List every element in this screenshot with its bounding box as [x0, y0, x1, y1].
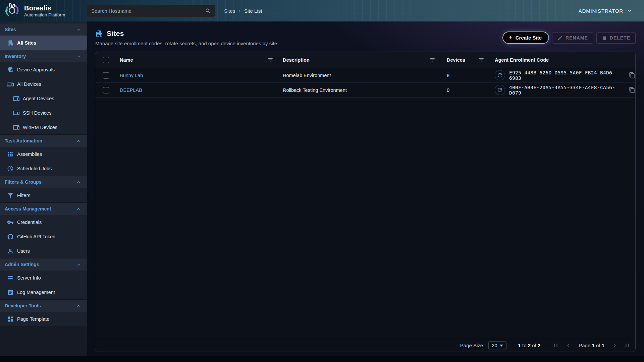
copy-code-button[interactable]: [629, 87, 635, 93]
table-header-row: Name Description Devices Agent Enrollmen…: [95, 52, 635, 68]
site-description: Rollback Testing Environment: [283, 87, 347, 93]
first-page-button[interactable]: [552, 342, 559, 349]
brand-subtitle: Automation Platform: [24, 12, 65, 17]
rotate-code-button[interactable]: [495, 85, 505, 95]
page-title: Sites: [107, 29, 124, 38]
section-header-developer-tools[interactable]: Developer Tools: [0, 300, 87, 312]
user-menu[interactable]: ADMINISTRATOR: [579, 8, 633, 14]
delete-button[interactable]: DELETE: [596, 32, 636, 44]
filter-list-icon[interactable]: [478, 57, 484, 63]
section-header-task-automation[interactable]: Task Automation: [0, 135, 87, 147]
section-sites: Sites All Sites: [0, 23, 87, 50]
sidebar-item-server-info[interactable]: Server Info: [0, 270, 87, 285]
sidebar-item-ssh-devices[interactable]: SSH Devices: [0, 106, 87, 120]
devices-icon: [13, 110, 19, 116]
section-header-access-management[interactable]: Access Management: [0, 203, 87, 215]
sidebar-item-all-sites[interactable]: All Sites: [0, 36, 87, 50]
site-description: Homelab Environment: [283, 73, 331, 78]
table-row: Bunny Lab Homelab Environment 8 E925-448…: [95, 68, 635, 83]
breadcrumb-sites[interactable]: Sites: [224, 8, 235, 14]
section-header-filters-groups[interactable]: Filters & Groups: [0, 176, 87, 188]
caret-down-icon: [500, 345, 503, 347]
log-file-icon: [7, 289, 14, 296]
sites-table: Name Description Devices Agent Enrollmen…: [95, 52, 636, 352]
column-header-description: Description: [283, 57, 310, 63]
sidebar-item-filters[interactable]: Filters: [0, 188, 87, 202]
previous-page-button[interactable]: [565, 342, 572, 349]
filter-list-icon[interactable]: [429, 57, 435, 63]
main-content: Sites Manage site enrollment codes, rota…: [87, 21, 644, 362]
column-header-devices: Devices: [447, 57, 465, 63]
chevron-up-icon: [76, 303, 82, 309]
chevron-up-icon: [76, 179, 82, 185]
search-icon[interactable]: [205, 8, 211, 14]
last-page-icon: [624, 342, 631, 349]
site-device-count: 0: [447, 87, 449, 93]
server-icon: [7, 275, 14, 281]
page-size-label: Page Size:: [460, 343, 485, 348]
section-header-sites[interactable]: Sites: [0, 23, 87, 36]
row-checkbox[interactable]: [103, 72, 109, 79]
dashboard-icon: [7, 316, 14, 322]
plus-icon: +: [508, 36, 512, 40]
top-header: Borealis Automation Platform Sites › Sit…: [0, 0, 644, 21]
section-access-management: Access Management Credentials GitHub API…: [0, 202, 87, 258]
table-row: DEEPLAB Rollback Testing Environment 0 4…: [95, 83, 635, 98]
column-header-name: Name: [120, 57, 133, 63]
sidebar-item-device-approvals[interactable]: Device Approvals: [0, 62, 87, 77]
site-name-link[interactable]: Bunny Lab: [120, 73, 143, 78]
site-device-count: 8: [447, 73, 449, 78]
section-filters-groups: Filters & Groups Filters: [0, 176, 87, 202]
hostname-search[interactable]: [87, 5, 215, 17]
copy-icon: [629, 72, 635, 78]
select-all-checkbox[interactable]: [103, 57, 109, 63]
sidebar-item-all-devices[interactable]: All Devices: [0, 77, 87, 91]
window-bottom-strip: [0, 356, 644, 362]
sidebar-item-winrm-devices[interactable]: WinRM Devices: [0, 120, 87, 134]
chevron-right-icon: [611, 342, 618, 349]
copy-code-button[interactable]: [629, 72, 635, 78]
sidebar-item-page-template[interactable]: Page Template: [0, 312, 87, 326]
section-developer-tools: Developer Tools Page Template: [0, 299, 87, 326]
page-size-select[interactable]: 20: [488, 341, 506, 350]
section-inventory: Inventory Device Approvals All Devices A…: [0, 50, 87, 134]
section-task-automation: Task Automation Assemblies Scheduled Job…: [0, 134, 87, 176]
app-window: Borealis Automation Platform Sites › Sit…: [0, 0, 644, 362]
chevron-up-icon: [76, 262, 82, 267]
sidebar-item-agent-devices[interactable]: Agent Devices: [0, 91, 87, 106]
filter-list-icon[interactable]: [267, 57, 273, 63]
sidebar-item-scheduled-jobs[interactable]: Scheduled Jobs: [0, 161, 87, 176]
site-name-link[interactable]: DEEPLAB: [120, 87, 142, 93]
sidebar-item-users[interactable]: Users: [0, 244, 87, 258]
borealis-rabbit-logo: [4, 2, 21, 19]
enrollment-code: E925-448B-626D-D595-5A0F-FB24-B4D6-6983: [509, 70, 625, 81]
apps-grid-icon: [7, 151, 14, 158]
sidebar-item-github-api-token[interactable]: GitHub API Token: [0, 229, 87, 244]
sidebar-item-credentials[interactable]: Credentials: [0, 215, 87, 229]
refresh-icon: [497, 72, 503, 78]
column-header-enrollment-code: Agent Enrollment Code: [495, 57, 549, 63]
search-input[interactable]: [91, 8, 205, 14]
sidebar-item-log-management[interactable]: Log Management: [0, 285, 87, 299]
github-icon: [7, 233, 14, 240]
page-indicator: Page 1 of 1: [579, 343, 604, 348]
key-icon: [7, 219, 14, 226]
next-page-button[interactable]: [611, 342, 618, 349]
create-site-button[interactable]: + Create Site: [502, 32, 549, 44]
devices-icon: [13, 95, 19, 102]
brand-logo-block: Borealis Automation Platform: [0, 2, 87, 19]
section-admin-settings: Admin Settings Server Info Log Managemen…: [0, 258, 87, 299]
breadcrumb-site-list: Site List: [244, 8, 262, 14]
brand-name: Borealis: [24, 4, 65, 12]
devices-icon: [7, 81, 14, 87]
last-page-button[interactable]: [624, 342, 631, 349]
section-header-inventory[interactable]: Inventory: [0, 50, 87, 62]
user-menu-label: ADMINISTRATOR: [579, 8, 623, 14]
rotate-code-button[interactable]: [495, 70, 505, 80]
section-header-admin-settings[interactable]: Admin Settings: [0, 258, 87, 270]
sidebar-item-assemblies[interactable]: Assemblies: [0, 147, 87, 161]
copy-icon: [629, 87, 635, 93]
row-checkbox[interactable]: [103, 87, 109, 94]
rename-button[interactable]: RENAME: [552, 32, 593, 44]
trash-icon: [602, 35, 607, 41]
